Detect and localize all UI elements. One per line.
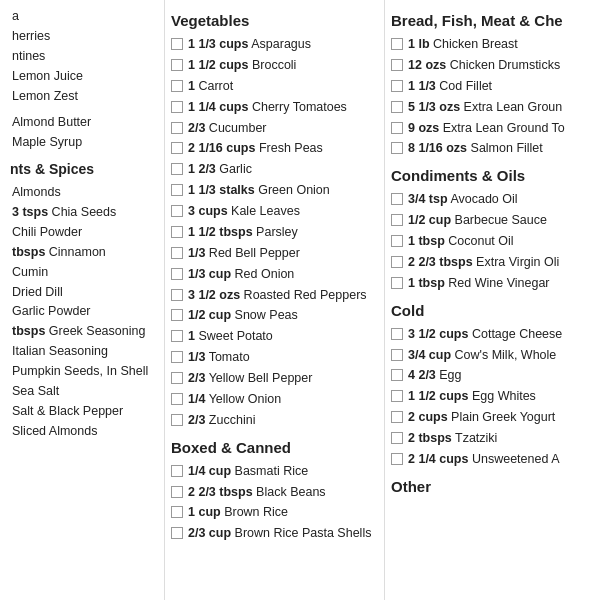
checkbox[interactable] (391, 235, 403, 247)
checkbox[interactable] (171, 465, 183, 477)
checkbox[interactable] (391, 411, 403, 423)
list-item: a (10, 8, 156, 25)
checkbox[interactable] (391, 59, 403, 71)
checkbox[interactable] (171, 486, 183, 498)
list-item: 3 1/2 ozs Roasted Red Peppers (171, 287, 378, 304)
boxed-section: Boxed & Canned 1/4 cup Basmati Rice 2 2/… (171, 439, 378, 543)
list-item: Chili Powder (10, 224, 156, 241)
list-item: Sliced Almonds (10, 423, 156, 440)
list-item: tbsps Greek Seasoning (10, 323, 156, 340)
meat-section-title: Bread, Fish, Meat & Che (391, 12, 594, 29)
list-item: 1 1/3 cups Asparagus (171, 36, 378, 53)
list-item: 2 1/4 cups Unsweetened A (391, 451, 594, 468)
checkbox[interactable] (391, 453, 403, 465)
list-item: Almonds (10, 184, 156, 201)
checkbox[interactable] (391, 80, 403, 92)
list-item: 2/3 Zucchini (171, 412, 378, 429)
checkbox[interactable] (391, 432, 403, 444)
list-item: ntines (10, 48, 156, 65)
checkbox[interactable] (391, 369, 403, 381)
list-item: 2 cups Plain Greek Yogurt (391, 409, 594, 426)
list-item: Cumin (10, 264, 156, 281)
list-item: Pumpkin Seeds, In Shell (10, 363, 156, 380)
list-item: 1 1/3 stalks Green Onion (171, 182, 378, 199)
list-item: 1 1/3 Cod Fillet (391, 78, 594, 95)
checkbox[interactable] (171, 205, 183, 217)
checkbox[interactable] (171, 289, 183, 301)
checkbox[interactable] (171, 506, 183, 518)
checkbox[interactable] (391, 142, 403, 154)
list-item: 1 tbsp Red Wine Vinegar (391, 275, 594, 292)
list-item: 1 Carrot (171, 78, 378, 95)
list-item: Dried Dill (10, 284, 156, 301)
other-section-title: Other (391, 478, 594, 495)
list-item: 2 2/3 tbsps Extra Virgin Oli (391, 254, 594, 271)
boxed-section-title: Boxed & Canned (171, 439, 378, 456)
checkbox[interactable] (171, 330, 183, 342)
list-item: 2 2/3 tbsps Black Beans (171, 484, 378, 501)
checkbox[interactable] (171, 351, 183, 363)
list-item: Almond Butter (10, 114, 156, 131)
list-item: Lemon Zest (10, 88, 156, 105)
list-item: 9 ozs Extra Lean Ground To (391, 120, 594, 137)
list-item: 1 1/2 cups Broccoli (171, 57, 378, 74)
checkbox[interactable] (171, 59, 183, 71)
checkbox[interactable] (171, 122, 183, 134)
checkbox[interactable] (171, 414, 183, 426)
checkbox[interactable] (391, 256, 403, 268)
list-item: Lemon Juice (10, 68, 156, 85)
list-item: Italian Seasoning (10, 343, 156, 360)
list-item: 3 1/2 cups Cottage Cheese (391, 326, 594, 343)
checkbox[interactable] (391, 390, 403, 402)
list-item: 3/4 cup Cow's Milk, Whole (391, 347, 594, 364)
list-item: 1/3 Tomato (171, 349, 378, 366)
list-item: 2/3 cup Brown Rice Pasta Shells (171, 525, 378, 542)
checkbox[interactable] (391, 38, 403, 50)
grocery-list-page: a herries ntines Lemon Juice Lemon Zest … (0, 0, 600, 600)
left-column: a herries ntines Lemon Juice Lemon Zest … (0, 0, 165, 600)
list-item: 8 1/16 ozs Salmon Fillet (391, 140, 594, 157)
list-item: 3/4 tsp Avocado Oil (391, 191, 594, 208)
checkbox[interactable] (171, 184, 183, 196)
checkbox[interactable] (171, 101, 183, 113)
list-item: 1/3 cup Red Onion (171, 266, 378, 283)
list-item: Maple Syrup (10, 134, 156, 151)
list-item: 5 1/3 ozs Extra Lean Groun (391, 99, 594, 116)
checkbox[interactable] (171, 142, 183, 154)
list-item: 1/4 Yellow Onion (171, 391, 378, 408)
list-item: 12 ozs Chicken Drumsticks (391, 57, 594, 74)
checkbox[interactable] (171, 163, 183, 175)
checkbox[interactable] (391, 277, 403, 289)
checkbox[interactable] (391, 349, 403, 361)
list-item: 3 cups Kale Leaves (171, 203, 378, 220)
checkbox[interactable] (391, 122, 403, 134)
list-item: Sea Salt (10, 383, 156, 400)
list-item: 2 1/16 cups Fresh Peas (171, 140, 378, 157)
list-item: 1 1/4 cups Cherry Tomatoes (171, 99, 378, 116)
checkbox[interactable] (171, 80, 183, 92)
list-item: 1/2 cup Barbecue Sauce (391, 212, 594, 229)
list-item: 1 1/2 tbsps Parsley (171, 224, 378, 241)
checkbox[interactable] (391, 214, 403, 226)
list-item: 1 cup Brown Rice (171, 504, 378, 521)
mid-column: Vegetables 1 1/3 cups Asparagus 1 1/2 cu… (165, 0, 385, 600)
list-item: herries (10, 28, 156, 45)
list-item: 1 lb Chicken Breast (391, 36, 594, 53)
checkbox[interactable] (171, 268, 183, 280)
list-item: 2/3 Cucumber (171, 120, 378, 137)
checkbox[interactable] (391, 328, 403, 340)
list-item: 1 Sweet Potato (171, 328, 378, 345)
condiments-section-title: Condiments & Oils (391, 167, 594, 184)
checkbox[interactable] (391, 193, 403, 205)
checkbox[interactable] (171, 226, 183, 238)
checkbox[interactable] (171, 372, 183, 384)
checkbox[interactable] (391, 101, 403, 113)
list-item: 1/2 cup Snow Peas (171, 307, 378, 324)
checkbox[interactable] (171, 247, 183, 259)
checkbox[interactable] (171, 38, 183, 50)
list-item: 3 tsps Chia Seeds (10, 204, 156, 221)
checkbox[interactable] (171, 309, 183, 321)
other-section: Other (391, 478, 594, 495)
checkbox[interactable] (171, 393, 183, 405)
checkbox[interactable] (171, 527, 183, 539)
